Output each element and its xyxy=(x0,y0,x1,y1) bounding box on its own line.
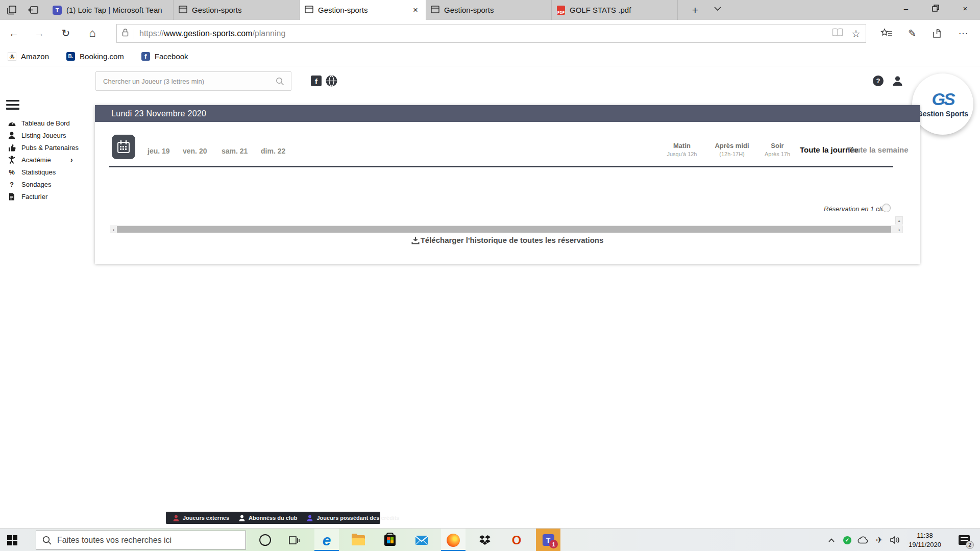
start-button[interactable] xyxy=(0,529,24,551)
player-search-input[interactable] xyxy=(95,71,291,91)
taskbar-teams[interactable]: T 1 xyxy=(536,529,560,551)
sidebar-item-label: Pubs & Partenaires xyxy=(21,144,79,152)
sidebar-item-academie[interactable]: Académie › xyxy=(7,154,94,166)
bookmarks-bar: a Amazon B. Booking.com f Facebook xyxy=(0,46,980,66)
clock-date: 19/11/2020 xyxy=(904,540,945,549)
taskbar-file-explorer[interactable] xyxy=(346,529,371,551)
tab-teams[interactable]: T (1) Loic Tap | Microsoft Tean xyxy=(47,0,174,20)
bookmark-label: Facebook xyxy=(155,52,188,61)
percent-icon: % xyxy=(7,168,16,176)
url-text[interactable]: https://www.gestion-sports.com/planning xyxy=(139,29,832,38)
url-box[interactable]: https://www.gestion-sports.com/planning … xyxy=(116,24,866,43)
sidebar-item-pubs-partenaires[interactable]: Pubs & Partenaires xyxy=(7,141,94,154)
firefox-icon xyxy=(447,534,460,547)
taskbar-search-input[interactable] xyxy=(57,536,246,545)
set-tabs-aside-icon[interactable] xyxy=(27,4,40,17)
legend-label: Joueurs externes xyxy=(183,515,229,521)
download-history-link[interactable]: Télécharger l'historique de toutes les r… xyxy=(95,236,920,244)
day-tab-sam-21[interactable]: sam. 21 xyxy=(222,147,248,155)
day-tab-dim-22[interactable]: dim. 22 xyxy=(261,147,285,155)
sidebar-item-sondages[interactable]: ? Sondages xyxy=(7,178,94,190)
bookmark-facebook[interactable]: f Facebook xyxy=(141,52,188,61)
tab-list-dropdown-icon[interactable] xyxy=(710,4,725,13)
taskbar-firefox[interactable] xyxy=(441,529,465,551)
day-tab-jeu-19[interactable]: jeu. 19 xyxy=(148,147,170,155)
profile-icon[interactable] xyxy=(892,75,903,89)
back-icon[interactable]: ← xyxy=(6,26,21,40)
facebook-social-icon[interactable]: f xyxy=(311,76,322,86)
sidebar-item-label: Tableau de Bord xyxy=(21,119,70,127)
vertical-scroll-up-icon[interactable]: ▴ xyxy=(895,216,903,224)
close-button[interactable]: × xyxy=(950,0,980,16)
web-note-pen-icon[interactable]: ✎ xyxy=(899,25,925,41)
day-tab-ven-20[interactable]: ven. 20 xyxy=(183,147,207,155)
tab-gestion-sports-2[interactable]: Gestion-sports xyxy=(426,0,552,20)
screen: T (1) Loic Tap | Microsoft Tean Gestion-… xyxy=(0,0,980,551)
taskbar-edge[interactable]: e xyxy=(314,529,339,551)
legend-joueurs-credits: Joueurs possédant des crédits xyxy=(307,515,399,521)
tray-airplane-mode[interactable]: ✈ xyxy=(872,529,887,551)
filter-toute-la-semaine[interactable]: Toute la semaine xyxy=(847,145,909,154)
tab-title: GOLF STATS .pdf xyxy=(570,6,672,14)
sidebar-item-facturier[interactable]: Facturier xyxy=(7,190,94,203)
settings-more-icon[interactable]: ··· xyxy=(950,25,976,41)
sidebar-item-tableau-de-bord[interactable]: Tableau de Bord xyxy=(7,117,94,129)
notification-count-badge: 2 xyxy=(966,541,974,549)
taskbar-dropbox[interactable] xyxy=(473,529,497,551)
academy-icon xyxy=(7,156,16,164)
tray-volume[interactable] xyxy=(887,529,903,551)
reading-view-icon[interactable] xyxy=(832,28,843,39)
home-icon[interactable]: ⌂ xyxy=(85,26,100,40)
help-icon[interactable]: ? xyxy=(873,76,884,86)
browser-tab-bar: T (1) Loic Tap | Microsoft Tean Gestion-… xyxy=(0,0,980,20)
tab-gestion-sports-active[interactable]: Gestion-sports × xyxy=(300,0,426,20)
favorites-hub-icon[interactable] xyxy=(874,25,899,41)
url-separator xyxy=(134,29,134,39)
tab-gestion-sports-1[interactable]: Gestion-sports xyxy=(174,0,300,20)
taskbar-office[interactable]: O xyxy=(504,529,529,551)
forward-icon[interactable]: → xyxy=(32,26,47,40)
tray-clock[interactable]: 11:38 19/11/2020 xyxy=(904,531,945,549)
tray-onedrive[interactable] xyxy=(855,529,871,551)
one-click-reservation-label: Réservation en 1 clic xyxy=(824,205,886,213)
tab-golf-stats-pdf[interactable]: PDF GOLF STATS .pdf xyxy=(552,0,678,20)
one-click-reservation-toggle[interactable] xyxy=(882,204,891,212)
scrollbar-thumb[interactable] xyxy=(117,226,891,233)
refresh-icon[interactable]: ↻ xyxy=(58,26,74,40)
filter-soir[interactable]: Soir Après 17h xyxy=(749,142,805,157)
action-center-button[interactable]: 2 xyxy=(952,529,976,551)
minimize-button[interactable]: – xyxy=(891,0,921,16)
legend-joueurs-externes: Joueurs externes xyxy=(173,515,229,521)
calendar-button[interactable] xyxy=(112,135,135,159)
scroll-right-icon[interactable]: › xyxy=(896,226,902,233)
menu-hamburger-icon[interactable] xyxy=(6,100,19,112)
purple-player-icon xyxy=(307,515,313,521)
globe-icon[interactable] xyxy=(326,75,337,89)
tab-preview-icon[interactable] xyxy=(5,4,18,17)
add-favorite-star-icon[interactable]: ☆ xyxy=(851,28,861,40)
bookmark-amazon[interactable]: a Amazon xyxy=(8,52,49,61)
sidebar-item-listing-joueurs[interactable]: Listing Joueurs xyxy=(7,129,94,141)
taskbar-store[interactable] xyxy=(378,529,402,551)
tray-hidden-icons-chevron[interactable] xyxy=(824,529,839,551)
filter-matin[interactable]: Matin Jusqu'à 12h xyxy=(654,142,710,157)
horizontal-scrollbar[interactable]: ‹ › xyxy=(110,226,903,233)
tab-close-icon[interactable]: × xyxy=(411,5,420,15)
clock-time: 11:38 xyxy=(904,531,945,540)
taskbar-search[interactable] xyxy=(36,531,246,549)
share-icon[interactable] xyxy=(925,25,950,41)
cortana-button[interactable] xyxy=(253,529,277,551)
new-tab-button[interactable]: + xyxy=(688,4,702,16)
sidebar-item-statistiques[interactable]: % Statistiques xyxy=(7,166,94,178)
player-type-legend: Joueurs externes Abonnéss du club Joueur… xyxy=(166,512,380,524)
scroll-left-icon[interactable]: ‹ xyxy=(110,226,117,233)
tab-title: Gestion-sports xyxy=(192,6,294,14)
sidebar-item-label: Statistiques xyxy=(21,168,56,176)
thumbs-up-icon xyxy=(7,144,16,152)
taskbar-mail[interactable] xyxy=(409,529,434,551)
bookmark-booking[interactable]: B. Booking.com xyxy=(66,52,124,61)
tray-security-status[interactable]: ✓ xyxy=(840,529,854,551)
page-tab-icon xyxy=(305,5,313,15)
restore-button[interactable] xyxy=(921,0,950,16)
task-view-button[interactable] xyxy=(282,529,307,551)
